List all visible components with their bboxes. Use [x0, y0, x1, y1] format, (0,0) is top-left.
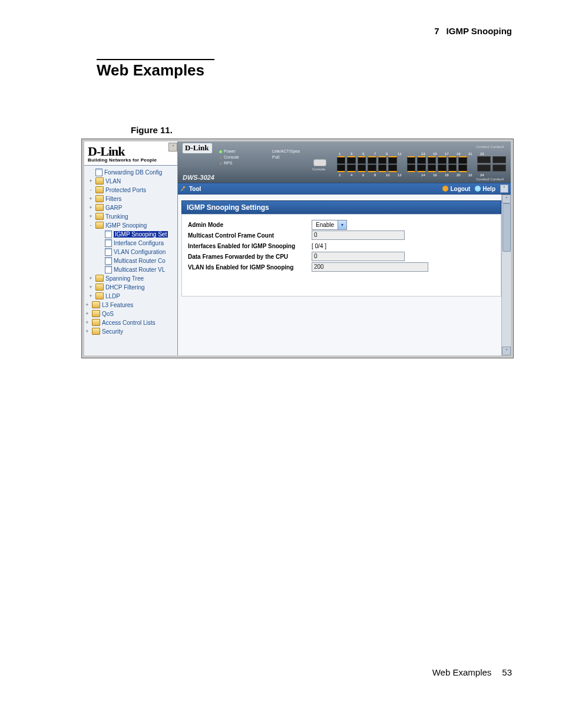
toolbar-scroll-up[interactable]: ˄	[500, 185, 508, 193]
folder-icon	[95, 284, 104, 291]
expand-icon[interactable]: +	[88, 213, 94, 219]
nav-item[interactable]: VLAN Configuration	[84, 248, 177, 256]
expand-icon[interactable]: +	[84, 311, 90, 317]
expand-icon[interactable]: -	[88, 187, 94, 193]
led-dot-icon	[219, 156, 222, 159]
chevron-down-icon[interactable]: ▾	[338, 220, 346, 229]
readonly-value: 0	[312, 252, 405, 261]
nav-item[interactable]: Multicast Router Co	[84, 256, 177, 265]
main-area: D-Link DWS-3024 PowerConsoleRPS Link/ACT…	[178, 141, 511, 355]
nav-item[interactable]: +Security	[84, 327, 177, 336]
folder-icon	[95, 222, 104, 229]
port-number: 5	[362, 152, 370, 156]
nav-item[interactable]: +DHCP Filtering	[84, 283, 177, 292]
status-led: RPS	[219, 160, 239, 166]
nav-item-label: QoS	[102, 311, 114, 317]
brand-logo: D-Link	[88, 146, 174, 157]
expand-icon[interactable]: +	[88, 178, 94, 184]
expand-icon[interactable]: -	[88, 222, 94, 228]
port-icon	[417, 164, 425, 172]
expand-icon[interactable]: +	[88, 205, 94, 210]
port-number	[409, 152, 417, 156]
nav-item[interactable]: -Protected Ports	[84, 186, 177, 195]
port-number: 14	[421, 173, 429, 177]
expand-icon[interactable]: +	[88, 293, 94, 299]
brand-tagline: Building Networks for People	[88, 157, 174, 163]
nav-item[interactable]: Interface Configura	[84, 239, 177, 248]
combo-slot-icon	[477, 164, 491, 172]
tool-icon	[180, 186, 187, 192]
port-number: 1	[339, 152, 346, 156]
port-icon	[368, 164, 376, 172]
port-icon	[428, 164, 436, 172]
settings-row: Admin ModeEnable▾	[188, 219, 495, 230]
nav-item-label: Filters	[105, 196, 121, 202]
nav-item[interactable]: +VLAN	[84, 177, 177, 186]
led-label: PoE	[272, 155, 280, 159]
content-scrollbar[interactable]: ˄ ˅	[501, 195, 511, 355]
admin-mode-select[interactable]: Enable▾	[312, 220, 347, 230]
port-icon	[438, 164, 446, 172]
nav-item[interactable]: +Trunking	[84, 212, 177, 221]
panel-body: Admin ModeEnable▾Multicast Control Frame…	[181, 214, 501, 297]
nav-item[interactable]: Forwarding DB Config	[84, 168, 177, 177]
port-icon	[407, 156, 415, 164]
panel-title: IGMP Snooping Settings	[181, 200, 501, 214]
expand-icon[interactable]: +	[84, 319, 90, 325]
port-number: 8	[374, 173, 382, 177]
scroll-up-icon[interactable]: ˄	[502, 195, 511, 203]
port-number: 6	[362, 173, 370, 177]
nav-item[interactable]: +QoS	[84, 309, 177, 318]
logout-button[interactable]: Logout	[442, 186, 470, 192]
expand-icon[interactable]: +	[88, 196, 94, 202]
page-icon	[105, 248, 112, 256]
port-number: 19	[457, 152, 464, 156]
port-icon	[407, 164, 415, 172]
nav-item[interactable]: +LLDP	[84, 292, 177, 301]
nav-item-label: DHCP Filtering	[105, 284, 145, 291]
port-number: 18	[445, 173, 452, 177]
sidebar-scroll-up[interactable]: ˄	[168, 143, 177, 151]
port-icon	[458, 156, 467, 164]
port-number: 17	[445, 152, 452, 156]
nav-item[interactable]: +Filters	[84, 195, 177, 203]
nav-item[interactable]: +Access Control Lists	[84, 318, 177, 327]
port-number: 10	[386, 173, 394, 177]
settings-row: Multicast Control Frame Count0	[188, 230, 495, 241]
port-icon	[337, 164, 345, 172]
combo-slot-icon	[492, 164, 506, 172]
settings-label: VLAN Ids Enabled for IGMP Snooping	[188, 264, 312, 271]
port-icon	[388, 156, 396, 164]
port-number: 3	[351, 152, 358, 156]
settings-label: Admin Mode	[188, 222, 312, 228]
port-row-top	[337, 156, 506, 164]
port-icon	[388, 164, 396, 172]
port-diagram: 1357911131517192123 24681012141618202224	[337, 152, 506, 177]
port-icon	[438, 156, 446, 164]
nav-item[interactable]: +L3 Features	[84, 301, 177, 309]
expand-icon[interactable]: +	[88, 275, 94, 281]
chapter-title: IGMP Snooping	[447, 26, 512, 36]
tool-label: Tool	[189, 186, 201, 192]
content-area: IGMP Snooping Settings Admin ModeEnable▾…	[178, 195, 511, 355]
tool-menu[interactable]: Tool	[180, 186, 201, 192]
folder-icon	[95, 195, 104, 202]
nav-item[interactable]: Multicast Router VL	[84, 265, 177, 274]
port-icon	[458, 164, 467, 172]
scroll-down-icon[interactable]: ˅	[502, 347, 511, 355]
port-number: 13	[421, 152, 429, 156]
port-icon	[358, 156, 366, 164]
help-button[interactable]: Help	[475, 186, 495, 192]
scroll-thumb[interactable]	[503, 203, 511, 252]
nav-item[interactable]: IGMP Snooping Set	[84, 230, 177, 239]
nav-tree: Forwarding DB Config+VLAN-Protected Port…	[84, 166, 177, 355]
port-icon	[347, 156, 355, 164]
nav-item[interactable]: -IGMP Snooping	[84, 221, 177, 230]
expand-icon[interactable]: +	[84, 302, 90, 308]
expand-icon[interactable]: +	[84, 328, 90, 334]
nav-item[interactable]: +Spanning Tree	[84, 274, 177, 283]
page-icon	[105, 230, 112, 238]
nav-sidebar: ˄ D-Link Building Networks for People Fo…	[84, 141, 178, 355]
nav-item[interactable]: +GARP	[84, 203, 177, 212]
expand-icon[interactable]: +	[88, 284, 94, 290]
